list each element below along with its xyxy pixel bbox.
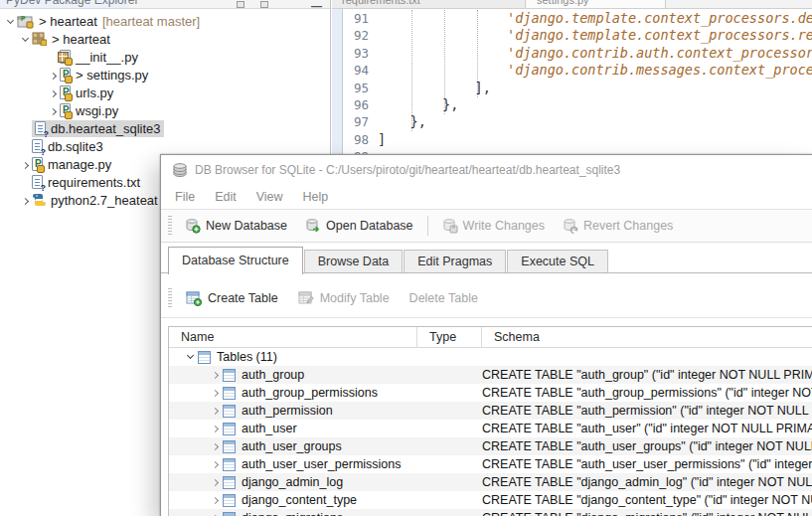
line-number: 94	[343, 62, 369, 79]
code-line: ]	[378, 131, 812, 148]
tab-database-structure[interactable]: Database Structure	[168, 247, 303, 274]
table-row[interactable]: auth_group_permissions CREATE TABLE "aut…	[169, 384, 812, 402]
revert-changes-button[interactable]: Revert Changes	[554, 215, 682, 237]
new-database-button[interactable]: New Database	[176, 215, 296, 237]
table-name: auth_user_user_permissions	[242, 457, 402, 471]
code-line: 'django.contrib.auth.context_processors'…	[378, 45, 812, 62]
table-row[interactable]: auth_permission CREATE TABLE "auth_permi…	[169, 402, 812, 420]
python-file-icon	[60, 68, 71, 82]
open-database-button[interactable]: Open Database	[296, 215, 422, 237]
line-number: 97	[343, 113, 369, 130]
table-schema: CREATE TABLE "auth_permission" ("id" int…	[482, 404, 812, 418]
expand-arrow-icon[interactable]	[19, 32, 32, 47]
toolbar-separator	[427, 216, 428, 236]
table-row[interactable]: auth_user CREATE TABLE "auth_user" ("id"…	[169, 420, 812, 437]
delete-table-button[interactable]: Delete Table	[400, 287, 488, 309]
tree-item-label: urls.py	[76, 86, 113, 100]
table-row[interactable]: auth_group CREATE TABLE "auth_group" ("i…	[169, 366, 812, 384]
table-row[interactable]: django_migrations CREATE TABLE "django_m…	[169, 509, 812, 516]
expand-arrow-icon[interactable]	[209, 475, 222, 489]
table-row[interactable]: auth_user_groups CREATE TABLE "auth_user…	[169, 437, 812, 455]
menu-help[interactable]: Help	[293, 190, 339, 204]
table-name: django_migrations	[242, 511, 343, 516]
table-icon	[223, 476, 236, 489]
main-toolbar: New Database Open Database Write Cha	[161, 210, 812, 243]
menu-file[interactable]: File	[165, 190, 205, 204]
table-schema: CREATE TABLE "auth_user" ("id" integer N…	[482, 422, 812, 435]
line-number: 93	[343, 45, 369, 62]
table-icon	[223, 440, 236, 453]
tree-item-settings-py[interactable]: > settings.py	[0, 66, 330, 84]
tree-item-db-hearteat-sqlite3[interactable]: db.hearteat_sqlite3	[0, 119, 330, 137]
table-name: django_content_type	[242, 493, 357, 507]
menu-edit[interactable]: Edit	[205, 190, 246, 204]
code-line: 'django.contrib.messages.context_process…	[378, 62, 812, 79]
tree-item-urls-py[interactable]: urls.py	[0, 84, 330, 101]
line-number: 96	[343, 96, 369, 113]
tables-group-row[interactable]: Tables (11)	[169, 348, 812, 366]
database-structure-table: Name Type Schema Tables (11) auth_group	[168, 326, 812, 516]
tree-item-project[interactable]: P > hearteat [hearteat master]	[0, 12, 330, 30]
column-header-type[interactable]: Type	[417, 327, 482, 348]
column-header-schema[interactable]: Schema	[482, 327, 812, 348]
collapse-all-icon[interactable]	[237, 1, 244, 8]
expand-arrow-icon[interactable]	[209, 511, 222, 516]
editor-tab-requirements[interactable]: requirements.txt	[332, 0, 526, 9]
expand-arrow-icon[interactable]	[47, 103, 60, 118]
table-name: auth_user	[242, 422, 297, 435]
unknown-file-icon	[32, 175, 43, 189]
toolbar-grip-handle[interactable]	[168, 288, 172, 308]
tree-item-db-sqlite3[interactable]: db.sqlite3	[0, 137, 330, 155]
window-title-bar[interactable]: DB Browser for SQLite - C:/Users/piroto/…	[161, 155, 812, 185]
column-header-name[interactable]: Name	[169, 327, 417, 348]
create-table-button[interactable]: Create Table	[176, 286, 288, 310]
tab-edit-pragmas[interactable]: Edit Pragmas	[404, 250, 506, 273]
toolbar-grip-handle[interactable]	[168, 216, 172, 236]
expand-arrow-icon[interactable]	[209, 422, 222, 435]
git-decoration: [hearteat master]	[102, 14, 200, 29]
tab-execute-sql[interactable]: Execute SQL	[507, 250, 608, 273]
expand-arrow-icon[interactable]	[19, 157, 32, 172]
expand-arrow-icon[interactable]	[47, 86, 60, 100]
expand-arrow-icon[interactable]	[209, 493, 222, 507]
tab-browse-data[interactable]: Browse Data	[304, 250, 404, 273]
expand-arrow-icon[interactable]	[47, 68, 60, 83]
expand-arrow-icon[interactable]	[19, 193, 32, 208]
table-name: auth_group	[242, 368, 304, 382]
expand-arrow-icon[interactable]	[4, 14, 17, 29]
tree-item-label: db.sqlite3	[48, 139, 103, 154]
table-name: auth_permission	[242, 404, 333, 418]
table-icon	[223, 369, 236, 382]
editor-tab-settings[interactable]: settings.py	[527, 0, 666, 9]
python-file-icon	[32, 157, 43, 171]
table-icon	[223, 494, 236, 507]
link-editor-icon[interactable]	[260, 1, 268, 8]
table-row[interactable]: auth_user_user_permissions CREATE TABLE …	[169, 455, 812, 473]
modify-table-button[interactable]: Modify Table	[288, 286, 400, 310]
screen: PyDev Package Explorer — P > hearteat [h…	[0, 0, 812, 516]
expand-arrow-icon[interactable]	[209, 404, 222, 418]
table-row[interactable]: django_content_type CREATE TABLE "django…	[169, 491, 812, 509]
write-changes-button[interactable]: Write Changes	[433, 215, 554, 237]
expand-arrow-icon[interactable]	[209, 457, 222, 471]
expand-arrow-icon[interactable]	[209, 386, 222, 400]
tree-item-wsgi-py[interactable]: wsgi.py	[0, 101, 330, 119]
table-icon	[223, 512, 236, 516]
indent-guide	[477, 10, 478, 97]
menu-view[interactable]: View	[246, 190, 293, 204]
table-schema: CREATE TABLE "django_admin_log" ("id" in…	[482, 475, 812, 489]
table-row[interactable]: django_admin_log CREATE TABLE "django_ad…	[169, 473, 812, 491]
indent-guide	[411, 10, 412, 131]
line-number: 95	[343, 80, 369, 96]
minimize-view-icon[interactable]: —	[311, 0, 322, 9]
table-schema: CREATE TABLE "auth_user_user_permissions…	[482, 457, 812, 471]
expand-arrow-icon[interactable]	[209, 368, 222, 382]
code-line: ],	[378, 80, 812, 96]
group-label: Tables (11)	[217, 350, 277, 364]
tree-item-init-py[interactable]: __init__.py	[0, 48, 330, 66]
explorer-view-tab[interactable]: PyDev Package Explorer	[6, 0, 138, 7]
new-database-icon	[185, 218, 201, 234]
tree-item-package[interactable]: > hearteat	[0, 30, 330, 48]
expand-arrow-icon[interactable]	[184, 350, 197, 364]
expand-arrow-icon[interactable]	[209, 439, 222, 453]
